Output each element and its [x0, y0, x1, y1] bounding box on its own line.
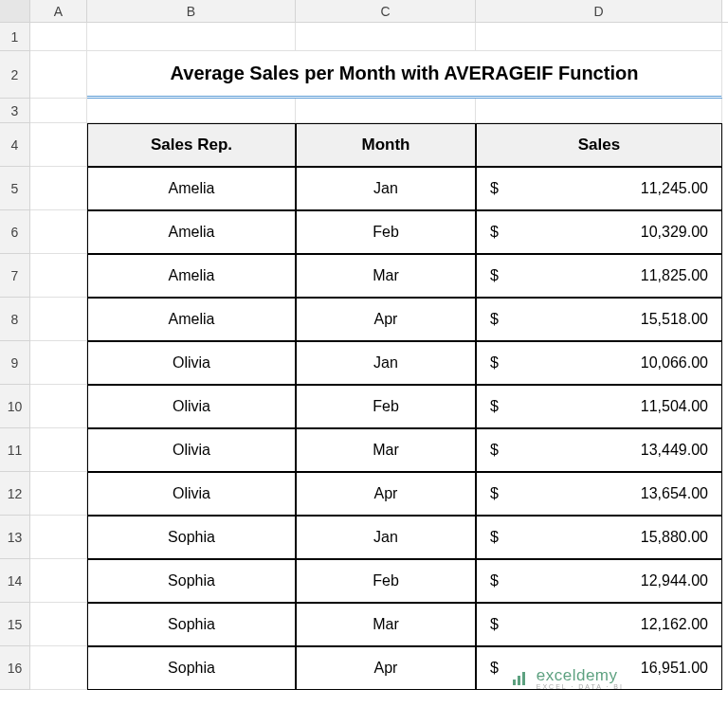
row-header-11[interactable]: 11: [0, 428, 30, 472]
cell-B1[interactable]: [87, 23, 296, 51]
row-header-16[interactable]: 16: [0, 646, 30, 690]
row-header-4[interactable]: 4: [0, 123, 30, 167]
cell-A10[interactable]: [30, 385, 87, 428]
cell-rep[interactable]: Olivia: [87, 341, 296, 385]
row-header-2[interactable]: 2: [0, 51, 30, 99]
cell-month[interactable]: Apr: [296, 472, 476, 516]
currency-symbol: $: [490, 572, 499, 589]
cell-month[interactable]: Jan: [296, 516, 476, 559]
currency-symbol: $: [490, 660, 499, 677]
svg-rect-1: [518, 676, 520, 685]
currency-symbol: $: [490, 354, 499, 372]
table-header-month[interactable]: Month: [296, 123, 476, 167]
sales-value: 11,245.00: [641, 180, 708, 197]
column-header-row: A B C D: [0, 0, 728, 23]
sales-value: 10,066.00: [641, 354, 708, 372]
select-all-corner[interactable]: [0, 0, 30, 22]
cell-rep[interactable]: Olivia: [87, 428, 296, 472]
row-header-1[interactable]: 1: [0, 23, 30, 51]
cell-sales[interactable]: $13,654.00: [476, 472, 722, 516]
col-header-C[interactable]: C: [296, 0, 476, 22]
svg-rect-2: [522, 672, 525, 685]
table-header-sales[interactable]: Sales: [476, 123, 722, 167]
cell-A4[interactable]: [30, 123, 87, 167]
cell-sales[interactable]: $11,245.00: [476, 167, 722, 210]
row-header-12[interactable]: 12: [0, 472, 30, 516]
row-header-7[interactable]: 7: [0, 254, 30, 298]
cell-sales[interactable]: $15,880.00: [476, 516, 722, 559]
row-header-9[interactable]: 9: [0, 341, 30, 385]
cell-month[interactable]: Mar: [296, 603, 476, 646]
cell-rep[interactable]: Amelia: [87, 210, 296, 254]
row-header-15[interactable]: 15: [0, 603, 30, 646]
currency-symbol: $: [490, 485, 499, 502]
cell-month[interactable]: Mar: [296, 254, 476, 298]
cell-C1[interactable]: [296, 23, 476, 51]
col-header-A[interactable]: A: [30, 0, 87, 22]
cell-sales[interactable]: $11,825.00: [476, 254, 722, 298]
currency-symbol: $: [490, 442, 499, 459]
sales-value: 15,880.00: [641, 529, 708, 546]
cell-sales[interactable]: $10,329.00: [476, 210, 722, 254]
row-header-14[interactable]: 14: [0, 559, 30, 603]
cell-month[interactable]: Feb: [296, 385, 476, 428]
cell-A5[interactable]: [30, 167, 87, 210]
cell-sales[interactable]: $12,944.00: [476, 559, 722, 603]
cell-A6[interactable]: [30, 210, 87, 254]
cell-rep[interactable]: Sophia: [87, 559, 296, 603]
cell-month[interactable]: Apr: [296, 298, 476, 341]
cell-A15[interactable]: [30, 603, 87, 646]
cell-C3[interactable]: [296, 99, 476, 123]
cell-rep[interactable]: Olivia: [87, 385, 296, 428]
cell-A16[interactable]: [30, 646, 87, 690]
cell-month[interactable]: Mar: [296, 428, 476, 472]
cell-sales[interactable]: $10,066.00: [476, 341, 722, 385]
watermark: exceldemy EXCEL · DATA · BI: [510, 666, 624, 690]
cell-A7[interactable]: [30, 254, 87, 298]
cell-rep[interactable]: Sophia: [87, 516, 296, 559]
title-cell[interactable]: Average Sales per Month with AVERAGEIF F…: [87, 51, 722, 99]
cell-A13[interactable]: [30, 516, 87, 559]
cell-month[interactable]: Jan: [296, 341, 476, 385]
row-header-5[interactable]: 5: [0, 167, 30, 210]
cell-A2[interactable]: [30, 51, 87, 99]
cell-rep[interactable]: Amelia: [87, 298, 296, 341]
watermark-tagline: EXCEL · DATA · BI: [537, 683, 624, 690]
cell-A9[interactable]: [30, 341, 87, 385]
cell-A11[interactable]: [30, 428, 87, 472]
row-header-10[interactable]: 10: [0, 385, 30, 428]
cell-month[interactable]: Feb: [296, 559, 476, 603]
row-header-8[interactable]: 8: [0, 298, 30, 341]
row-header-6[interactable]: 6: [0, 210, 30, 254]
sales-value: 11,504.00: [641, 398, 708, 415]
cell-sales[interactable]: $12,162.00: [476, 603, 722, 646]
cell-A14[interactable]: [30, 559, 87, 603]
cell-A8[interactable]: [30, 298, 87, 341]
cell-rep[interactable]: Olivia: [87, 472, 296, 516]
cell-sales[interactable]: $13,449.00: [476, 428, 722, 472]
cell-rep[interactable]: Sophia: [87, 646, 296, 690]
cell-month[interactable]: Jan: [296, 167, 476, 210]
row-header-13[interactable]: 13: [0, 516, 30, 559]
col-header-D[interactable]: D: [476, 0, 722, 22]
cell-A12[interactable]: [30, 472, 87, 516]
sales-value: 13,449.00: [641, 442, 708, 459]
cell-rep[interactable]: Amelia: [87, 167, 296, 210]
cell-rep[interactable]: Sophia: [87, 603, 296, 646]
cell-sales[interactable]: $15,518.00: [476, 298, 722, 341]
sales-value: 11,825.00: [641, 267, 708, 284]
cell-A3[interactable]: [30, 99, 87, 123]
sales-value: 13,654.00: [641, 485, 708, 502]
cell-month[interactable]: Feb: [296, 210, 476, 254]
cell-D1[interactable]: [476, 23, 722, 51]
cell-A1[interactable]: [30, 23, 87, 51]
cell-rep[interactable]: Amelia: [87, 254, 296, 298]
row-header-3[interactable]: 3: [0, 99, 30, 123]
cell-B3[interactable]: [87, 99, 296, 123]
cell-sales[interactable]: $11,504.00: [476, 385, 722, 428]
table-header-rep[interactable]: Sales Rep.: [87, 123, 296, 167]
col-header-B[interactable]: B: [87, 0, 296, 22]
sales-value: 12,944.00: [641, 572, 708, 589]
cell-month[interactable]: Apr: [296, 646, 476, 690]
cell-D3[interactable]: [476, 99, 722, 123]
